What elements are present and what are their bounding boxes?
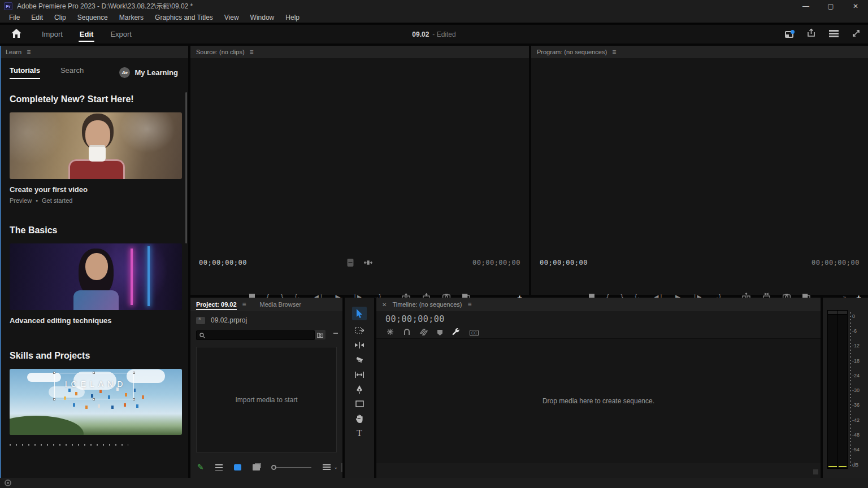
preview-link[interactable]: Preview: [10, 197, 32, 204]
tab-media-browser[interactable]: Media Browser: [260, 298, 301, 311]
freeform-view-icon[interactable]: [253, 464, 261, 470]
meter-tick-label: -54: [852, 447, 866, 452]
menu-edit[interactable]: Edit: [25, 12, 49, 23]
section-heading-basics: The Basics: [10, 225, 188, 236]
menu-help[interactable]: Help: [280, 12, 305, 23]
quick-export-icon[interactable]: [785, 31, 793, 38]
home-icon[interactable]: [11, 29, 21, 40]
slider-track: [276, 467, 311, 468]
linked-selection-icon[interactable]: [420, 328, 428, 338]
audio-meters-panel: 0 -6 -12 -18 -24 -30 -36 -42 -48 -54 dB: [823, 298, 868, 478]
chevron-down-icon: ⌄: [333, 464, 338, 470]
close-panel-icon[interactable]: ✕: [382, 302, 387, 308]
meter-tick-label: -6: [852, 328, 866, 334]
snap-magnet-icon[interactable]: [403, 328, 410, 338]
razor-tool[interactable]: [352, 353, 367, 367]
panel-resize-handle[interactable]: [341, 463, 342, 472]
my-learning-button[interactable]: Ae My Learning: [119, 67, 178, 78]
menu-sequence[interactable]: Sequence: [72, 12, 114, 23]
timeline-panel: ✕ Timeline: (no sequences) ≡ 00;00;00;00…: [376, 298, 821, 478]
tab-tutorials[interactable]: Tutorials: [10, 66, 40, 79]
timeline-panel-title: Timeline: (no sequences): [392, 301, 462, 308]
project-drop-zone[interactable]: Import media to start: [196, 347, 337, 452]
fullscreen-icon[interactable]: [852, 29, 860, 40]
project-search-box[interactable]: [196, 330, 315, 340]
slider-knob[interactable]: [271, 465, 276, 470]
learn-scrollbar[interactable]: [185, 92, 187, 243]
panel-menu-icon[interactable]: ≡: [612, 49, 616, 55]
search-input[interactable]: [208, 332, 310, 339]
menu-file[interactable]: File: [3, 12, 25, 23]
menu-view[interactable]: View: [219, 12, 245, 23]
thumbnail-zoom-slider[interactable]: [271, 465, 311, 470]
menu-graphics-titles[interactable]: Graphics and Titles: [149, 12, 219, 23]
sort-icons-button[interactable]: ⌄: [323, 464, 338, 470]
panel-menu-icon[interactable]: ≡: [242, 301, 246, 308]
list-view-icon[interactable]: [215, 464, 223, 470]
tab-search[interactable]: Search: [60, 66, 84, 79]
nest-toggle-icon[interactable]: [387, 328, 394, 338]
source-current-timecode[interactable]: 00;00;00;00: [199, 259, 247, 267]
audio-level-bars[interactable]: [827, 310, 848, 469]
source-duration-timecode: 00;00;00;00: [472, 259, 520, 267]
menu-clip[interactable]: Clip: [49, 12, 72, 23]
ripple-edit-tool[interactable]: [352, 338, 367, 352]
tab-import[interactable]: Import: [34, 25, 71, 43]
learn-panel: Learn ≡ Tutorials Search Ae My Learning …: [0, 46, 188, 478]
clipped-section-heading: [10, 444, 128, 446]
selection-tool[interactable]: [352, 307, 367, 320]
project-toolbar: ✎ ⌄: [197, 461, 338, 473]
slip-tool[interactable]: [352, 368, 367, 381]
timeline-scrollbar-corner[interactable]: [813, 469, 818, 474]
project-root-icon[interactable]: [196, 317, 205, 324]
tutorial-title[interactable]: Create your first video: [10, 185, 188, 194]
panel-menu-icon[interactable]: ≡: [468, 301, 472, 308]
timeline-empty-text: Drop media here to create sequence.: [542, 397, 654, 405]
find-in-project-icon[interactable]: [315, 330, 326, 339]
tab-project[interactable]: Project: 09.02: [196, 298, 237, 311]
panel-menu-icon[interactable]: ≡: [27, 49, 31, 55]
program-panel-title: Program: (no sequences): [537, 49, 607, 55]
writable-pencil-icon[interactable]: ✎: [197, 463, 204, 472]
menu-markers[interactable]: Markers: [114, 12, 149, 23]
share-icon[interactable]: [807, 29, 815, 40]
notification-dot: [791, 30, 795, 34]
tab-export[interactable]: Export: [102, 25, 140, 43]
tutorial-thumbnail-iceland[interactable]: ICELAND: [10, 369, 182, 435]
timeline-settings-wrench-icon[interactable]: [452, 328, 460, 338]
sync-status-icon[interactable]: [5, 480, 11, 486]
learn-panel-title: Learn: [6, 49, 21, 55]
hand-tool[interactable]: [352, 412, 367, 425]
menu-window[interactable]: Window: [245, 12, 280, 23]
workspaces-icon[interactable]: [829, 29, 839, 40]
tab-edit[interactable]: Edit: [72, 25, 102, 43]
tutorial-thumbnail-first-video[interactable]: [10, 112, 182, 179]
meter-tick-label: dB: [852, 462, 866, 468]
tutorial-thumbnail-advanced-editing[interactable]: [10, 243, 182, 310]
project-empty-text: Import media to start: [235, 396, 297, 404]
tutorial-title[interactable]: Advanced editing techniques: [10, 316, 188, 325]
project-filename[interactable]: 09.02.prproj: [211, 316, 247, 324]
get-started-link[interactable]: Get started: [42, 197, 72, 204]
restore-button[interactable]: ▢: [818, 0, 843, 12]
timeline-timecode[interactable]: 00;00;00;00: [385, 314, 445, 324]
program-current-timecode[interactable]: 00;00;00;00: [540, 259, 588, 267]
meter-tick-label: -42: [852, 417, 866, 423]
type-tool[interactable]: T: [352, 426, 367, 440]
drag-video-icon[interactable]: [363, 258, 372, 268]
timeline-drop-zone[interactable]: Drop media here to create sequence.: [376, 338, 821, 463]
document-title: 09.02: [412, 30, 429, 38]
rectangle-tool[interactable]: [352, 397, 367, 411]
close-button[interactable]: ✕: [843, 0, 868, 12]
thumbnail-art: [10, 416, 84, 435]
pen-tool[interactable]: [352, 382, 367, 396]
add-marker-icon[interactable]: [437, 328, 442, 338]
track-select-forward-tool[interactable]: [352, 324, 367, 337]
zoom-level-select-icon[interactable]: [347, 259, 353, 267]
captions-visibility-icon[interactable]: CC: [470, 330, 479, 336]
collapse-icon[interactable]: [333, 333, 338, 334]
icon-view-icon[interactable]: [234, 464, 241, 470]
section-heading-skills: Skills and Projects: [10, 351, 188, 361]
minimize-button[interactable]: —: [793, 0, 818, 12]
panel-menu-icon[interactable]: ≡: [250, 49, 254, 55]
